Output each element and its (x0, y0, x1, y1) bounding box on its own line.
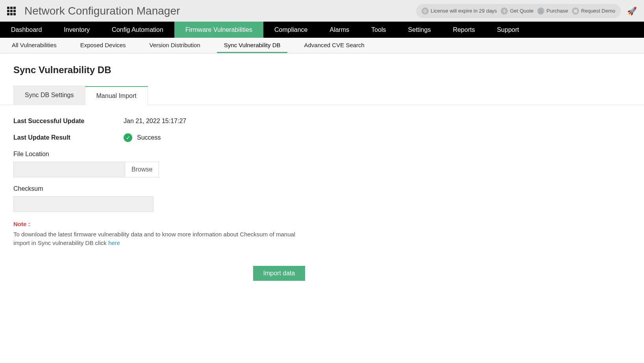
top-bar: Network Configuration Manager ◎ License … (0, 0, 644, 22)
file-location-row: Browse (13, 162, 328, 177)
license-expiry[interactable]: ◎ License will expire in 29 days (422, 7, 497, 15)
request-demo-label: Request Demo (581, 8, 615, 14)
file-location-label: File Location (13, 151, 328, 158)
app-title: Network Configuration Manager (24, 5, 180, 17)
purchase-label: Purchase (546, 8, 568, 14)
page-content: Sync Vulnerability DB Sync DB Settings M… (0, 53, 644, 292)
get-quote-label: Get Quote (510, 8, 533, 14)
sub-nav: All Vulnerabilities Exposed Devices Vers… (0, 38, 644, 53)
nav-settings[interactable]: Settings (397, 22, 442, 38)
last-update-value: Jan 21, 2022 15:17:27 (124, 118, 186, 125)
checksum-block: Checksum (13, 185, 328, 212)
tab-manual-import[interactable]: Manual Import (85, 86, 148, 105)
file-location-input[interactable] (13, 162, 125, 177)
main-nav: Dashboard Inventory Config Automation Fi… (0, 22, 644, 38)
last-result-value: ✓ Success (124, 133, 161, 142)
nav-inventory[interactable]: Inventory (53, 22, 101, 38)
row-last-update: Last Successful Update Jan 21, 2022 15:1… (13, 118, 328, 125)
subnav-version-distribution[interactable]: Version Distribution (142, 38, 207, 53)
checksum-input[interactable] (13, 196, 154, 212)
tab-sync-db-settings[interactable]: Sync DB Settings (13, 86, 85, 105)
file-location-block: File Location Browse (13, 151, 328, 177)
note-here-link[interactable]: here (108, 240, 120, 246)
cart-icon: 🛒 (537, 7, 544, 15)
apps-grid-icon[interactable] (7, 7, 16, 15)
nav-firmware-vulnerabilities[interactable]: Firmware Vulnerabilities (174, 22, 263, 38)
request-demo-link[interactable]: ▣ Request Demo (572, 7, 615, 15)
subnav-advanced-cve-search[interactable]: Advanced CVE Search (297, 38, 371, 53)
action-row: Import data (13, 266, 545, 281)
license-pill-group: ◎ License will expire in 29 days $ Get Q… (416, 4, 621, 18)
last-result-label: Last Update Result (13, 134, 124, 141)
rocket-icon[interactable]: 🚀 (627, 6, 637, 16)
checksum-label: Checksum (13, 185, 328, 192)
browse-button[interactable]: Browse (125, 162, 159, 177)
page-title: Sync Vulnerability DB (13, 64, 631, 76)
nav-config-automation[interactable]: Config Automation (101, 22, 174, 38)
subnav-exposed-devices[interactable]: Exposed Devices (73, 38, 133, 53)
get-quote-link[interactable]: $ Get Quote (501, 7, 533, 15)
nav-compliance[interactable]: Compliance (263, 22, 318, 38)
import-data-button[interactable]: Import data (253, 266, 305, 281)
demo-icon: ▣ (572, 7, 579, 15)
row-last-result: Last Update Result ✓ Success (13, 133, 328, 142)
nav-tools[interactable]: Tools (360, 22, 397, 38)
last-result-text: Success (137, 134, 161, 141)
nav-support[interactable]: Support (486, 22, 530, 38)
dollar-icon: $ (501, 7, 508, 15)
inner-tabs: Sync DB Settings Manual Import (0, 86, 644, 105)
success-check-icon: ✓ (124, 133, 132, 142)
top-right-actions: ◎ License will expire in 29 days $ Get Q… (416, 4, 637, 18)
manual-import-form: Last Successful Update Jan 21, 2022 15:1… (13, 105, 328, 247)
note-block: Note : To download the latest firmware v… (13, 220, 297, 247)
purchase-link[interactable]: 🛒 Purchase (537, 7, 568, 15)
license-text: License will expire in 29 days (431, 8, 497, 14)
nav-dashboard[interactable]: Dashboard (0, 22, 53, 38)
subnav-all-vulnerabilities[interactable]: All Vulnerabilities (5, 38, 64, 53)
nav-alarms[interactable]: Alarms (318, 22, 360, 38)
subnav-sync-vulnerability-db[interactable]: Sync Vulnerability DB (217, 38, 288, 53)
last-update-label: Last Successful Update (13, 118, 124, 125)
badge-icon: ◎ (422, 7, 429, 15)
nav-reports[interactable]: Reports (442, 22, 486, 38)
note-label: Note : (13, 220, 297, 228)
note-text: To download the latest firmware vulnerab… (13, 231, 295, 246)
